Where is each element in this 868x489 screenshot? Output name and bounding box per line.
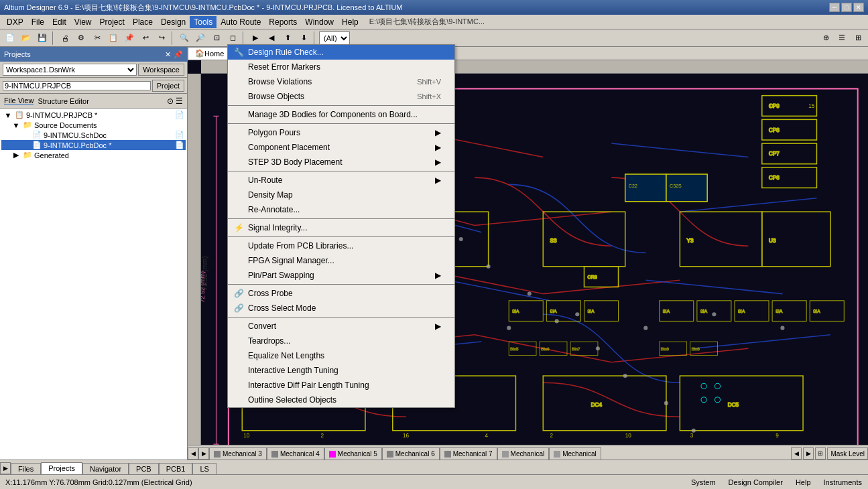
layer-tab-mech7[interactable]: Mechanical 7 (440, 447, 497, 460)
tb-btn-5[interactable]: 📌 (122, 31, 137, 46)
tb-btn-7[interactable]: ↪ (154, 31, 169, 46)
panel-close-icon[interactable]: ✕ (165, 50, 171, 59)
menu-step-3d[interactable]: STEP 3D Body Placement ▶ (228, 155, 454, 169)
menu-un-route[interactable]: Un-Route ▶ (228, 173, 454, 188)
menu-convert[interactable]: Convert ▶ (228, 319, 454, 334)
zoom-out-button[interactable]: 🔎 (193, 31, 208, 46)
new-button[interactable]: 📄 (3, 31, 17, 46)
project-button[interactable]: Project (152, 80, 184, 92)
tb-btn-11[interactable]: ⬆ (280, 31, 295, 46)
status-instruments[interactable]: Instruments (818, 476, 868, 489)
tb-btn-9[interactable]: ▶ (248, 31, 263, 46)
menu-component-placement[interactable]: Component Placement ▶ (228, 140, 454, 155)
bottom-tab-ls[interactable]: LS (192, 463, 216, 474)
menu-project[interactable]: Project (96, 16, 129, 28)
close-button[interactable]: ✕ (853, 3, 864, 12)
tb-btn-3[interactable]: ✂ (90, 31, 105, 46)
view-icon-1[interactable]: ⊙ (167, 96, 174, 106)
zoom-in-button[interactable]: 🔍 (177, 31, 192, 46)
menu-design[interactable]: Design (157, 16, 190, 28)
file-view-label[interactable]: File View (4, 96, 34, 105)
tree-item-generated[interactable]: ▶ 📁 Generated (1, 150, 186, 160)
layer-tab-mech3[interactable]: Mechanical 3 (209, 447, 267, 460)
expand-icon-source[interactable]: ▼ (11, 121, 21, 129)
layer-nav-prev[interactable]: ◀ (188, 447, 198, 460)
menu-re-annotate[interactable]: Re-Annotate... (228, 202, 454, 217)
workspace-button[interactable]: Workspace (138, 64, 184, 76)
bottom-tab-pcb[interactable]: PCB (129, 463, 159, 474)
status-help[interactable]: Help (790, 476, 817, 489)
tree-item-prjpcb[interactable]: ▼ 📋 9-INTMCU.PRJPCB * 📄 (1, 110, 186, 120)
minimize-button[interactable]: ─ (829, 3, 840, 12)
layer-tab-mech-a2[interactable]: Mechanical (549, 447, 601, 460)
layer-scroll-left[interactable]: ◀ (791, 447, 802, 460)
bottom-nav-arrow[interactable]: ▶ (0, 462, 11, 474)
expand-icon-pcb[interactable] (20, 141, 31, 149)
menu-autoroute[interactable]: Auto Route (216, 16, 265, 28)
workspace-combo[interactable]: Workspace1.DsnWrk (3, 64, 137, 76)
layer-scroll-right[interactable]: ▶ (803, 447, 814, 460)
menu-cross-select[interactable]: 🔗 Cross Select Mode (228, 301, 454, 316)
menu-reset-error[interactable]: Reset Error Markers (228, 60, 454, 74)
save-button[interactable]: 💾 (35, 31, 50, 46)
all-dropdown[interactable]: (All) (319, 31, 350, 45)
menu-fpga-signal[interactable]: FPGA Signal Manager... (228, 253, 454, 268)
bottom-tab-navigator[interactable]: Navigator (82, 463, 129, 474)
menu-reports[interactable]: Reports (265, 16, 301, 28)
menu-outline-selected[interactable]: Outline Selected Objects (228, 393, 454, 407)
tb-btn-10[interactable]: ◀ (264, 31, 279, 46)
tb-extra-3[interactable]: ⊞ (851, 31, 865, 46)
menu-signal-integrity[interactable]: ⚡ Signal Integrity... (228, 220, 454, 235)
tb-btn-2[interactable]: ⚙ (74, 31, 88, 46)
canvas-tab-home[interactable]: 🏠 Home (188, 47, 231, 60)
status-design-compiler[interactable]: Design Compiler (723, 476, 789, 489)
layer-nav-next[interactable]: ▶ (198, 447, 209, 460)
panel-pin-icon[interactable]: 📌 (174, 50, 183, 59)
menu-density-map[interactable]: Density Map (228, 188, 454, 202)
tree-item-source[interactable]: ▼ 📁 Source Documents (1, 120, 186, 130)
bottom-tab-pcb1[interactable]: PCB1 (159, 463, 193, 474)
structure-editor-label[interactable]: Structure Editor (38, 97, 88, 105)
view-icon-2[interactable]: ☰ (176, 96, 183, 106)
layer-tab-mech5[interactable]: Mechanical 5 (324, 447, 382, 460)
menu-interactive-diff[interactable]: Interactive Diff Pair Length Tuning (228, 378, 454, 393)
menu-dxp[interactable]: DXP (3, 16, 27, 28)
tb-btn-6[interactable]: ↩ (138, 31, 153, 46)
expand-icon[interactable]: ▼ (3, 111, 13, 119)
menu-view[interactable]: View (70, 16, 96, 28)
layer-tab-mech4[interactable]: Mechanical 4 (267, 447, 324, 460)
menu-equalize-net[interactable]: Equalize Net Lengths (228, 348, 454, 363)
layer-more-btn[interactable]: ⊞ (815, 447, 826, 460)
menu-polygon-pours[interactable]: Polygon Pours ▶ (228, 125, 454, 140)
menu-help[interactable]: Help (338, 16, 363, 28)
menu-pin-part-swap[interactable]: Pin/Part Swapping ▶ (228, 268, 454, 283)
tb-btn-8[interactable]: ◻ (225, 31, 240, 46)
menu-tools[interactable]: Tools (190, 16, 216, 28)
zoom-fit-button[interactable]: ⊡ (209, 31, 224, 46)
status-system[interactable]: System (685, 476, 722, 489)
layer-tab-mech-a1[interactable]: Mechanical (497, 447, 550, 460)
maximize-button[interactable]: □ (841, 3, 852, 12)
layer-tab-mech6[interactable]: Mechanical 6 (382, 447, 440, 460)
menu-update-from-pcb[interactable]: Update From PCB Libraries... (228, 238, 454, 253)
menu-teardrops[interactable]: Teardrops... (228, 334, 454, 348)
menu-edit[interactable]: Edit (48, 16, 70, 28)
tb-extra-2[interactable]: ☰ (834, 31, 849, 46)
tree-item-pcbdoc[interactable]: 📄 9-INTMCU.PcbDoc * 📄 (1, 140, 186, 150)
menu-browse-violations[interactable]: Browse Violations Shift+V (228, 74, 454, 89)
mask-level-btn[interactable]: Mask Level (827, 447, 868, 460)
open-button[interactable]: 📂 (19, 31, 34, 46)
expand-icon-sch[interactable] (20, 131, 31, 139)
bottom-tab-files[interactable]: Files (11, 463, 41, 474)
menu-place[interactable]: Place (129, 16, 157, 28)
menu-browse-objects[interactable]: Browse Objects Shift+X (228, 89, 454, 104)
menu-window[interactable]: Window (301, 16, 338, 28)
menu-cross-probe[interactable]: 🔗 Cross Probe (228, 286, 454, 301)
bottom-tab-projects[interactable]: Projects (41, 462, 82, 474)
tb-btn-4[interactable]: 📋 (106, 31, 121, 46)
menu-design-rule-check[interactable]: 🔧 Design Rule Check... (228, 45, 454, 60)
menu-manage-3d[interactable]: Manage 3D Bodies for Components on Board… (228, 107, 454, 122)
print-button[interactable]: 🖨 (58, 31, 72, 46)
menu-interactive-length[interactable]: Interactive Length Tuning (228, 363, 454, 378)
expand-icon-generated[interactable]: ▶ (11, 151, 21, 159)
